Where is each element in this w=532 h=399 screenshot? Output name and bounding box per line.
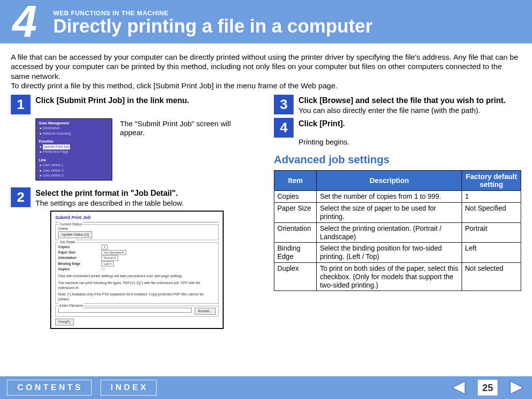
svg-marker-1 [510,381,523,394]
table-row: Binding Edge Select the binding position… [274,243,521,263]
step-3-title: Click [Browse] and select the file that … [299,96,521,105]
step-1: 1 Click [Submit Print Job] in the link m… [11,95,257,114]
left-column: 1 Click [Submit Print Job] in the link m… [11,95,257,329]
step-2: 2 Select the print format in "Job Detail… [11,187,257,208]
intro-paragraph: A file that can be accessed by your comp… [11,52,521,91]
menu-screenshot: Scan Management Destination Network Scan… [35,118,112,181]
next-page-icon[interactable] [508,380,525,395]
dialog-screenshot: Submit Print Job Current Status Online U… [50,211,224,329]
right-column: 3 Click [Browse] and select the file tha… [274,95,521,329]
step-3: 3 Click [Browse] and select the file tha… [274,95,521,115]
chapter-title: Directly printing a file in a computer [53,17,532,36]
th-item: Item [274,171,317,191]
step-2-title: Select the print format in "Job Detail". [35,188,257,198]
chapter-header: 4 WEB FUNCTIONS IN THE MACHINE Directly … [0,0,532,43]
advanced-settings-heading: Advanced job settings [274,153,521,166]
svg-marker-0 [452,381,465,394]
table-row: Paper Size Select the size of paper to b… [274,203,521,223]
contents-button[interactable]: CONTENTS [7,380,92,396]
index-button[interactable]: INDEX [100,380,157,396]
step-number: 3 [274,95,294,114]
chapter-title-block: WEB FUNCTIONS IN THE MACHINE Directly pr… [49,0,532,43]
chapter-number: 4 [0,0,49,43]
settings-table: Item Description Factory default setting… [274,170,521,291]
step-1-text: The "Submit Print Job" screen will appea… [120,119,257,138]
step-3-text: You can also directly enter the file nam… [299,106,521,115]
step-2-text: The settings are described in the table … [35,199,257,208]
step-4: 4 Click [Print]. Printing begins. [274,118,521,146]
prev-page-icon[interactable] [450,380,467,395]
step-number: 1 [11,95,31,114]
th-default: Factory default setting [462,171,521,191]
page-number: 25 [478,380,498,396]
step-number: 4 [274,118,294,138]
table-row: Duplex To print on both sides of the pap… [274,262,521,290]
step-4-title: Click [Print]. [299,119,521,128]
table-row: Orientation Select the printing orientat… [274,222,521,243]
step-number: 2 [11,187,31,207]
page-body: A file that can be accessed by your comp… [0,43,532,329]
step-1-content: Scan Management Destination Network Scan… [35,118,257,181]
th-desc: Description [317,171,462,191]
page-footer: CONTENTS INDEX 25 [0,376,532,399]
table-row: Copies Set the number of copies from 1 t… [274,191,521,203]
step-4-text: Printing begins. [299,138,521,147]
step-1-title: Click [Submit Print Job] in the link men… [35,96,257,105]
